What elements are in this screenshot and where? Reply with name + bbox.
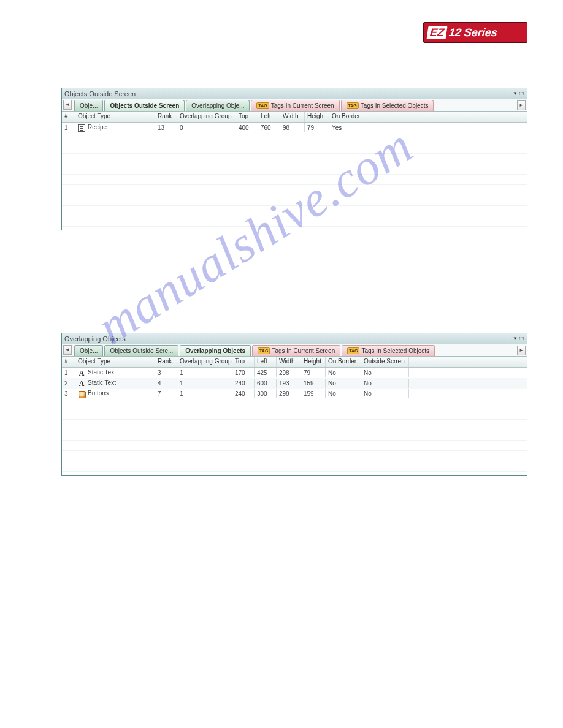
tab-strip: ◄ Obje... Objects Outside Scre... Overla… [62,344,527,357]
cell-top: 240 [232,389,255,398]
cell-object-type: Recipe [75,123,155,132]
panel-title-text: Objects Outside Screen [64,88,136,99]
cell-left: 425 [255,368,277,377]
cell-overlapping-group: 1 [177,368,232,377]
col-number[interactable]: # [62,357,75,367]
grid-body: 1 Recipe 13 0 400 760 98 79 Yes [62,123,527,230]
cell-height: 159 [301,379,326,388]
table-row[interactable]: 1 Recipe 13 0 400 760 98 79 Yes [62,123,527,133]
cell-outside-screen: No [361,379,409,388]
tab-tags-current-screen[interactable]: TAGTags In Current Screen [251,100,339,111]
cell-width: 98 [280,123,305,132]
col-on-border[interactable]: On Border [329,112,366,122]
col-height[interactable]: Height [301,357,326,367]
tag-badge-icon: TAG [347,347,359,354]
cell-rank: 4 [155,379,177,388]
cell-top: 400 [236,123,258,132]
col-rank[interactable]: Rank [155,112,177,122]
text-icon: A [78,380,85,387]
tab-scroll-right[interactable]: ► [517,100,526,110]
cell-top: 170 [232,368,255,377]
grid-body: 1 AStatic Text 3 1 170 425 298 79 No No … [62,368,527,475]
col-number[interactable]: # [62,112,75,122]
col-left[interactable]: Left [255,357,277,367]
tab-strip: ◄ Obje... Objects Outside Screen Overlap… [62,99,527,112]
col-rank[interactable]: Rank [155,357,177,367]
text-icon: A [78,370,85,377]
col-overlapping-group[interactable]: Overlapping Group [177,357,232,367]
tab-overlapping-objects[interactable]: Overlapping Objects [180,345,251,356]
panel-title-bar: Overlapping Objects ▼ ⬚ [62,333,527,344]
logo-ez: EZ [427,26,448,39]
col-object-type[interactable]: Object Type [75,112,155,122]
col-overlapping-group[interactable]: Overlapping Group [177,112,236,122]
tab-scroll-left[interactable]: ◄ [63,100,72,110]
objects-outside-screen-panel: Objects Outside Screen ▼ ⬚ ◄ Obje... Obj… [61,88,527,230]
tab-scroll-left[interactable]: ◄ [63,345,72,355]
tab-objects[interactable]: Obje... [74,345,103,356]
panel-title-bar: Objects Outside Screen ▼ ⬚ [62,88,527,99]
cell-object-type: Buttons [75,389,155,398]
cell-on-border: No [326,379,361,388]
col-filler [366,112,527,122]
pin-icon[interactable]: ⬚ [519,88,524,99]
cell-number: 3 [62,389,75,398]
tab-tags-current-screen[interactable]: TAGTags In Current Screen [252,345,340,356]
col-top[interactable]: Top [232,357,255,367]
cell-width: 193 [277,379,301,388]
brand-logo: EZ 12 Series [423,22,527,43]
col-height[interactable]: Height [305,112,329,122]
cell-left: 760 [258,123,280,132]
cell-on-border: Yes [329,123,366,132]
col-left[interactable]: Left [258,112,280,122]
tab-objects-outside-screen[interactable]: Objects Outside Scre... [104,345,178,356]
cell-rank: 7 [155,389,177,398]
col-object-type[interactable]: Object Type [75,357,155,367]
cell-on-border: No [326,389,361,398]
tab-tags-selected-objects[interactable]: TAGTags In Selected Objects [341,100,434,111]
cell-outside-screen: No [361,389,409,398]
cell-width: 298 [277,368,301,377]
cell-height: 159 [301,389,326,398]
tab-tags-selected-objects[interactable]: TAGTags In Selected Objects [342,345,435,356]
cell-height: 79 [301,368,326,377]
cell-rank: 3 [155,368,177,377]
col-top[interactable]: Top [236,112,258,122]
tab-objects[interactable]: Obje... [74,100,103,111]
grid-header: # Object Type Rank Overlapping Group Top… [62,357,527,368]
cell-outside-screen: No [361,368,409,377]
table-row[interactable]: 3 Buttons 7 1 240 300 298 159 No No [62,389,527,399]
button-icon [78,390,85,398]
cell-overlapping-group: 1 [177,389,232,398]
cell-overlapping-group: 1 [177,379,232,388]
tab-objects-outside-screen[interactable]: Objects Outside Screen [104,100,185,111]
panel-title-text: Overlapping Objects [64,333,126,344]
tag-badge-icon: TAG [258,347,270,354]
pin-icon[interactable]: ⬚ [519,333,524,344]
cell-object-type: AStatic Text [75,368,155,377]
grid-background-lines [62,123,527,230]
cell-overlapping-group: 0 [177,123,236,132]
cell-rank: 13 [155,123,177,132]
dropdown-icon[interactable]: ▼ [513,333,518,344]
col-filler [409,357,527,367]
cell-number: 2 [62,379,75,388]
col-width[interactable]: Width [277,357,301,367]
table-row[interactable]: 1 AStatic Text 3 1 170 425 298 79 No No [62,368,527,378]
col-on-border[interactable]: On Border [326,357,361,367]
cell-object-type: AStatic Text [75,378,155,388]
cell-number: 1 [62,368,75,377]
cell-height: 79 [305,123,329,132]
cell-top: 240 [232,379,255,388]
grid-header: # Object Type Rank Overlapping Group Top… [62,112,527,123]
col-width[interactable]: Width [280,112,305,122]
table-row[interactable]: 2 AStatic Text 4 1 240 600 193 159 No No [62,378,527,389]
col-outside-screen[interactable]: Outside Scrren [361,357,409,367]
dropdown-icon[interactable]: ▼ [513,88,518,99]
overlapping-objects-panel: Overlapping Objects ▼ ⬚ ◄ Obje... Object… [61,333,527,476]
tab-overlapping-objects[interactable]: Overlapping Obje... [186,100,250,111]
tag-badge-icon: TAG [347,102,359,109]
cell-left: 300 [255,389,277,398]
cell-left: 600 [255,379,277,388]
tab-scroll-right[interactable]: ► [517,346,526,355]
